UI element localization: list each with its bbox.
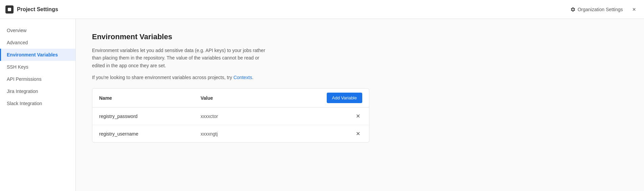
- org-settings-button[interactable]: Organization Settings: [568, 5, 626, 14]
- share-note: If you're looking to share environment v…: [92, 75, 628, 80]
- cell-action-0: ✕: [315, 112, 362, 120]
- logo-inner: [8, 8, 11, 11]
- add-variable-button[interactable]: Add Variable: [327, 93, 362, 103]
- org-settings-label: Organization Settings: [578, 7, 623, 12]
- cell-action-1: ✕: [315, 130, 362, 138]
- app-logo: [5, 5, 14, 14]
- sidebar-item-overview[interactable]: Overview: [0, 24, 75, 37]
- col-action-header: Add Variable: [315, 93, 362, 103]
- sidebar: Overview Advanced Environment Variables …: [0, 19, 76, 191]
- header: Project Settings Organization Settings ×: [0, 0, 644, 19]
- col-name-header: Name: [99, 95, 201, 101]
- delete-button-0[interactable]: ✕: [354, 112, 362, 120]
- sidebar-item-ssh-keys[interactable]: SSH Keys: [0, 61, 75, 73]
- page-title-header: Project Settings: [17, 6, 58, 13]
- table-rows-container: registry_password xxxxctor ✕ registry_us…: [92, 108, 369, 142]
- header-right: Organization Settings ×: [568, 5, 639, 14]
- close-button[interactable]: ×: [629, 5, 639, 14]
- sidebar-item-environment-variables[interactable]: Environment Variables: [0, 49, 75, 61]
- table-header-row: Name Value Add Variable: [92, 89, 369, 108]
- sidebar-item-jira-integration[interactable]: Jira Integration: [0, 85, 75, 97]
- sidebar-item-slack-integration[interactable]: Slack Integration: [0, 97, 75, 110]
- share-note-after: .: [252, 75, 253, 80]
- col-value-header: Value: [201, 95, 315, 101]
- sidebar-item-advanced[interactable]: Advanced: [0, 37, 75, 49]
- env-vars-table: Name Value Add Variable registry_passwor…: [92, 88, 369, 143]
- table-row: registry_password xxxxctor ✕: [92, 108, 369, 125]
- env-vars-description: Environment variables let you add sensit…: [92, 47, 268, 69]
- sidebar-item-api-permissions[interactable]: API Permissions: [0, 73, 75, 85]
- cell-name-0: registry_password: [99, 114, 201, 119]
- share-note-before: If you're looking to share environment v…: [92, 75, 233, 80]
- cell-value-0: xxxxctor: [201, 114, 315, 119]
- delete-button-1[interactable]: ✕: [354, 130, 362, 138]
- table-row: registry_username xxxxngtj ✕: [92, 125, 369, 142]
- env-vars-title: Environment Variables: [92, 32, 628, 41]
- layout: Overview Advanced Environment Variables …: [0, 19, 644, 191]
- contexts-link[interactable]: Contexts: [233, 75, 252, 80]
- cell-value-1: xxxxngtj: [201, 131, 315, 137]
- cell-name-1: registry_username: [99, 131, 201, 137]
- gear-icon: [570, 7, 576, 12]
- header-left: Project Settings: [5, 5, 58, 14]
- main-content: Environment Variables Environment variab…: [76, 19, 644, 191]
